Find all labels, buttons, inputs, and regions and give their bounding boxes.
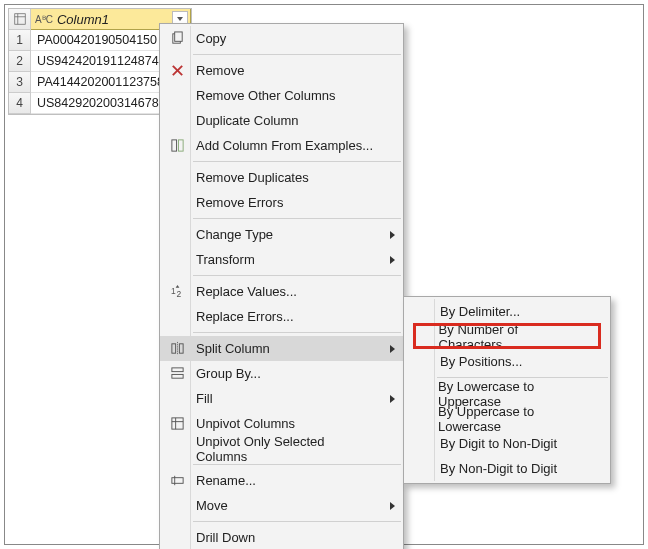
copy-icon — [166, 31, 188, 46]
chevron-right-icon — [390, 345, 395, 353]
svg-rect-4 — [174, 32, 182, 41]
row-index[interactable]: 3 — [9, 72, 31, 93]
menu-item-by-positions[interactable]: By Positions... — [404, 349, 610, 374]
menu-item-duplicate-column[interactable]: Duplicate Column — [160, 108, 403, 133]
row-index[interactable]: 4 — [9, 93, 31, 114]
svg-rect-8 — [178, 140, 183, 151]
menu-item-add-from-examples[interactable]: Add Column From Examples... — [160, 133, 403, 158]
menu-item-by-num-chars[interactable]: By Number of Characters... — [404, 324, 610, 349]
svg-rect-14 — [171, 368, 182, 372]
column-name: Column1 — [57, 12, 109, 27]
menu-item-upper-to-lower[interactable]: By Uppercase to Lowercase — [404, 406, 610, 431]
menu-item-replace-errors[interactable]: Replace Errors... — [160, 304, 403, 329]
svg-rect-15 — [171, 374, 182, 378]
menu-item-remove[interactable]: Remove — [160, 58, 403, 83]
menu-item-unpivot-selected[interactable]: Unpivot Only Selected Columns — [160, 436, 403, 461]
split-icon — [166, 341, 188, 356]
rename-icon — [166, 473, 188, 488]
menu-item-lower-to-upper[interactable]: By Lowercase to Uppercase — [404, 381, 610, 406]
menu-item-split-column[interactable]: Split Column — [160, 336, 403, 361]
menu-item-replace-values[interactable]: 12Replace Values... — [160, 279, 403, 304]
menu-item-by-delimiter[interactable]: By Delimiter... — [404, 299, 610, 324]
svg-text:1: 1 — [170, 286, 175, 296]
chevron-right-icon — [390, 231, 395, 239]
menu-item-non-to-digit[interactable]: By Non-Digit to Digit — [404, 456, 610, 481]
submenu-split-column: By Delimiter... By Number of Characters.… — [403, 296, 611, 484]
svg-rect-0 — [14, 14, 25, 25]
menu-item-transform[interactable]: Transform — [160, 247, 403, 272]
remove-icon — [166, 63, 188, 78]
unpivot-icon — [166, 416, 188, 431]
svg-rect-7 — [171, 140, 176, 151]
context-menu-column: Copy Remove Remove Other Columns Duplica… — [159, 23, 404, 549]
menu-item-drill-down[interactable]: Drill Down — [160, 525, 403, 549]
column-type-badge: AᴮC — [35, 14, 53, 25]
menu-item-group-by[interactable]: Group By... — [160, 361, 403, 386]
menu-item-copy[interactable]: Copy — [160, 26, 403, 51]
menu-item-remove-other[interactable]: Remove Other Columns — [160, 83, 403, 108]
svg-rect-19 — [171, 478, 182, 484]
replace-icon: 12 — [166, 284, 188, 299]
svg-text:2: 2 — [176, 289, 181, 299]
group-icon — [166, 366, 188, 381]
chevron-right-icon — [390, 256, 395, 264]
chevron-right-icon — [390, 395, 395, 403]
menu-item-fill[interactable]: Fill — [160, 386, 403, 411]
row-index[interactable]: 2 — [9, 51, 31, 72]
menu-item-change-type[interactable]: Change Type — [160, 222, 403, 247]
svg-rect-11 — [171, 344, 175, 353]
menu-item-unpivot[interactable]: Unpivot Columns — [160, 411, 403, 436]
menu-item-rename[interactable]: Rename... — [160, 468, 403, 493]
add-column-icon — [166, 138, 188, 153]
menu-item-move[interactable]: Move — [160, 493, 403, 518]
menu-item-digit-to-non[interactable]: By Digit to Non-Digit — [404, 431, 610, 456]
chevron-right-icon — [390, 502, 395, 510]
app-frame: AᴮC Column1 1PA000420190504150 2US942420… — [4, 4, 644, 545]
table-corner-icon[interactable] — [9, 9, 31, 30]
row-index[interactable]: 1 — [9, 30, 31, 51]
menu-item-remove-errors[interactable]: Remove Errors — [160, 190, 403, 215]
menu-item-remove-duplicates[interactable]: Remove Duplicates — [160, 165, 403, 190]
svg-rect-16 — [171, 418, 182, 429]
svg-rect-12 — [179, 344, 183, 353]
